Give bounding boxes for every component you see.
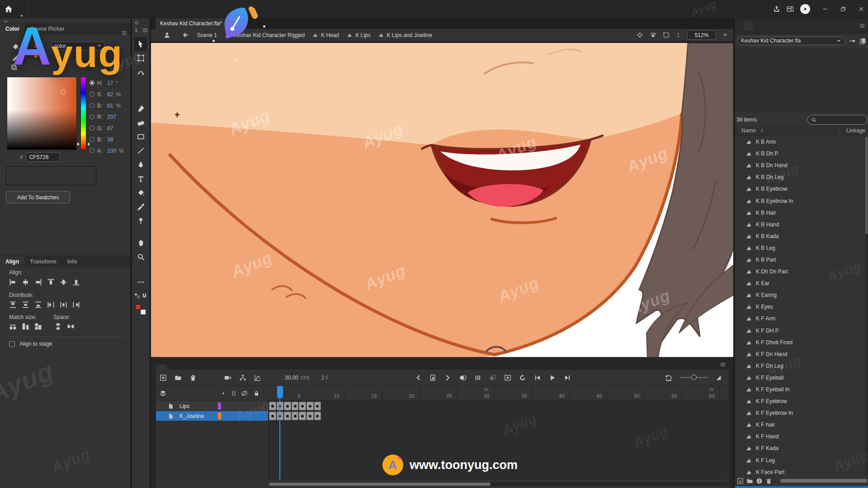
fluid-brush-tool[interactable] [134,102,147,116]
radio-icon[interactable] [90,103,94,108]
color-type-dropdown[interactable]: color [51,42,105,50]
previous-keyframe-button[interactable] [415,374,422,381]
menu-window[interactable] [96,0,104,18]
edit-toolbar-button[interactable] [134,275,147,289]
hide-layers-icon[interactable] [241,390,248,397]
pin-library-icon[interactable] [849,38,856,44]
layer-name[interactable]: K_Jowline [179,413,204,419]
onion-skin-outlines-button[interactable] [474,374,481,381]
scrollbar-thumb[interactable] [780,479,867,483]
keyframe-cell[interactable] [269,412,276,420]
next-keyframe-button[interactable] [444,374,452,381]
tab-actions[interactable] [167,365,178,370]
library-item[interactable]: K F Eyeball [735,372,865,384]
layers-stack-icon[interactable] [160,390,166,397]
current-color-swatch[interactable] [6,166,96,185]
library-item[interactable]: K Face Part [735,466,865,475]
radio-icon[interactable] [90,137,94,142]
library-item[interactable]: K B Hair [735,207,865,219]
library-item[interactable]: K B Eyebrow [735,183,865,195]
layer-color-swatch[interactable] [218,413,221,419]
match-both-button[interactable] [33,322,43,331]
menu-insert[interactable] [53,0,60,18]
library-item[interactable]: K B Part [735,254,865,266]
library-item[interactable]: K B Leg [735,242,865,254]
radio-icon[interactable] [90,114,94,119]
stroke-color-icon[interactable] [12,54,19,62]
library-scrollbar[interactable] [865,136,868,475]
keyframe-cell[interactable] [314,412,321,420]
Lips[interactable]: Lips [156,401,728,411]
library-document-dropdown[interactable]: Keshav Kid Character.fla [737,37,845,45]
new-symbol-icon[interactable] [737,478,744,484]
play-button[interactable] [549,374,556,381]
align-to-stage-checkbox[interactable] [9,341,15,347]
enlarge-frames-icon[interactable] [716,374,722,381]
classic-brush-tool[interactable] [134,158,147,172]
library-item[interactable]: K F Eyebrow [735,395,865,407]
distribute-horizontal-center-button[interactable] [59,300,68,310]
asset-warp-tool[interactable] [134,65,147,79]
eraser-tool[interactable] [134,116,147,130]
highlight-layers-icon[interactable] [221,390,226,397]
alpha-field[interactable]: A: 100 % [90,145,129,156]
breadcrumb-character-rigged[interactable]: Keshav Kid Character Rigged [224,32,305,38]
hex-color-input[interactable] [26,152,60,162]
stroke-chip[interactable] [135,304,141,310]
layer-color-swatch[interactable] [218,403,221,409]
library-search-box[interactable] [807,115,867,125]
tab-properties[interactable] [735,22,744,31]
lock-layers-icon[interactable] [254,390,259,397]
menu-file[interactable] [28,0,38,18]
keyframe-cell[interactable] [284,402,291,410]
breadcrumb-k-lips-and-jowline[interactable]: K Lips and Jowline [378,32,432,38]
align-left-button[interactable] [8,277,18,287]
library-item[interactable]: K F DH P [735,325,865,337]
radio-icon[interactable] [90,92,94,97]
red-field[interactable]: R: 207 [90,111,129,122]
selection-tool[interactable] [134,37,147,51]
line-tool[interactable] [134,144,147,158]
tab-scene[interactable] [178,365,189,370]
menu-debug[interactable] [89,0,96,18]
align-bottom-button[interactable] [71,277,81,287]
close-tab-icon[interactable]: × [226,20,230,27]
show-parenting-button[interactable] [239,374,246,381]
slider-knob[interactable] [691,375,697,380]
breadcrumb-scene-1[interactable]: Scene 1 [197,32,217,38]
hue-arrow-left-icon[interactable] [77,142,80,146]
match-width-button[interactable] [8,322,18,331]
delete-layer-button[interactable] [189,374,197,381]
library-item[interactable]: K F Eyebrow In [735,407,865,419]
library-item[interactable]: K B Kada [735,230,865,242]
layer-name[interactable]: Lips [179,403,189,409]
scrollbar-thumb[interactable] [865,137,868,234]
align-right-button[interactable] [33,277,43,287]
library-item[interactable]: K F Dhoti Front [735,337,865,348]
loop-playback-button[interactable] [519,374,526,381]
auto-keyframe-button[interactable] [429,374,437,381]
timeline-scrollbar[interactable] [269,482,728,486]
puppet-pin-tool[interactable] [134,214,147,228]
timeline-frames-area[interactable]: Lips K_Jowline [156,400,728,480]
library-item[interactable]: K B Dh P [735,148,865,160]
zoom-level-input[interactable] [687,30,716,40]
playhead-marker[interactable] [277,386,283,398]
space-horizontal-button[interactable] [66,322,75,331]
library-item[interactable]: K B Eyebrow In [735,195,865,206]
library-item[interactable]: K F Kada [735,442,865,454]
center-stage-icon[interactable] [637,32,643,38]
timeline-zoom-slider[interactable] [679,377,708,378]
timeline-menu-icon[interactable] [720,361,726,368]
new-folder-button[interactable] [175,374,182,381]
zoom-tool[interactable] [134,250,147,264]
column-name[interactable]: Name [741,127,756,134]
align-vertical-center-button[interactable] [59,277,68,287]
current-frame-value[interactable]: 2 [321,374,324,381]
breadcrumb-k-lips[interactable]: K Lips [346,32,370,38]
tab-transform[interactable]: Transform [24,256,62,267]
column-linkage[interactable]: Linkage [846,127,865,134]
tab-timeline[interactable] [156,365,167,370]
tools-menu-icon[interactable] [142,27,148,33]
library-item[interactable]: K F Leg [735,455,865,466]
